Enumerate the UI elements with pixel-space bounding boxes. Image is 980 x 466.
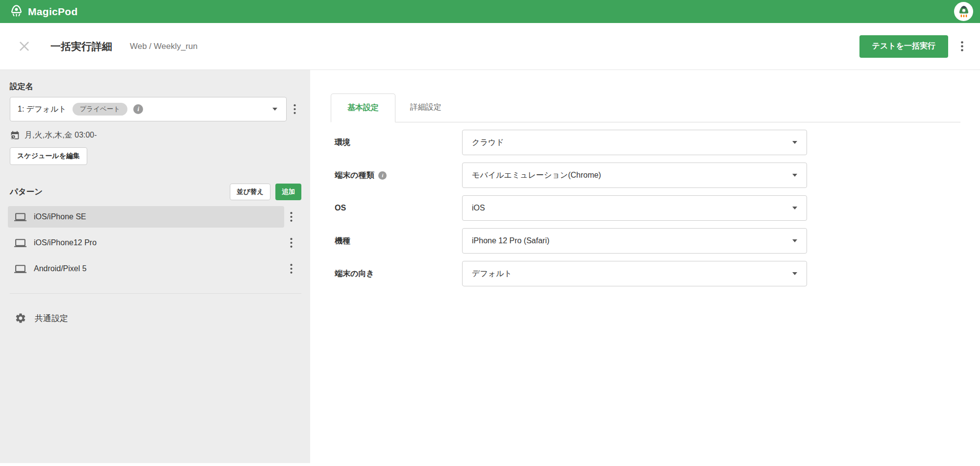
- environment-select[interactable]: クラウド: [462, 130, 807, 155]
- caret-down-icon: [792, 174, 797, 177]
- device-model-label: 機種: [331, 236, 462, 246]
- kebab-icon: [290, 264, 293, 274]
- breadcrumb: Web / Weekly_run: [130, 42, 197, 51]
- schedule-summary: 月,火,水,木,金 03:00-: [10, 130, 310, 140]
- device-type-select[interactable]: モバイルエミュレーション(Chrome): [462, 163, 807, 188]
- add-pattern-button[interactable]: 追加: [275, 184, 301, 200]
- caret-down-icon: [792, 207, 797, 210]
- device-type-label: 端末の種類 i: [331, 170, 462, 181]
- page-header: 一括実行詳細 Web / Weekly_run テストを一括実行: [0, 23, 980, 70]
- info-icon[interactable]: i: [378, 171, 387, 180]
- pattern-item-label: iOS/iPhone SE: [34, 212, 86, 221]
- schedule-text: 月,火,水,木,金 03:00-: [24, 130, 97, 140]
- private-badge: プライベート: [73, 103, 128, 116]
- top-nav-bar: MagicPod: [0, 0, 980, 23]
- kebab-icon: [294, 104, 296, 114]
- tab-basic-settings[interactable]: 基本設定: [331, 93, 395, 122]
- laptop-icon: [14, 263, 26, 275]
- avatar-ufo-icon: [956, 4, 971, 19]
- device-model-value: iPhone 12 Pro (Safari): [472, 236, 549, 245]
- common-settings-item[interactable]: 共通設定: [15, 312, 310, 324]
- os-label: OS: [331, 204, 462, 212]
- kebab-icon: [961, 41, 963, 51]
- pattern-item-kebab-menu[interactable]: [286, 236, 296, 250]
- common-settings-label: 共通設定: [35, 313, 68, 324]
- sort-button[interactable]: 並び替え: [230, 184, 270, 200]
- settings-tabs: 基本設定 詳細設定: [331, 93, 960, 122]
- environment-label: 環境: [331, 138, 462, 148]
- device-model-select[interactable]: iPhone 12 Pro (Safari): [462, 228, 807, 254]
- os-select[interactable]: iOS: [462, 195, 807, 221]
- settings-sidebar: 設定名 1: デフォルト プライベート i: [0, 70, 310, 463]
- page-title: 一括実行詳細: [50, 40, 112, 53]
- brand-name: MagicPod: [28, 6, 78, 18]
- orientation-label: 端末の向き: [331, 269, 462, 279]
- gear-icon: [15, 312, 26, 324]
- info-icon[interactable]: i: [133, 104, 143, 114]
- pattern-item-label: Android/Pixel 5: [34, 264, 87, 273]
- config-select[interactable]: 1: デフォルト プライベート i: [10, 97, 287, 121]
- magicpod-logo[interactable]: MagicPod: [9, 4, 78, 19]
- basic-settings-form: 環境 クラウド 端末の種類 i モバイルエミュレーション(Chrome): [331, 130, 960, 286]
- os-value: iOS: [472, 204, 485, 212]
- laptop-icon: [14, 237, 26, 249]
- laptop-icon: [14, 211, 26, 223]
- magicpod-ufo-icon: [9, 4, 24, 19]
- close-icon: [18, 40, 31, 53]
- pattern-item-label: iOS/iPhone12 Pro: [34, 238, 97, 247]
- pattern-item-ios-iphone12-pro[interactable]: iOS/iPhone12 Pro: [8, 232, 284, 254]
- pattern-section-label: パターン: [10, 186, 230, 197]
- main-panel: 基本設定 詳細設定 環境 クラウド 端末の種類 i モバイルエミュレーショ: [310, 70, 980, 466]
- pattern-list: iOS/iPhone SE iOS/iPhone12 Pro: [0, 206, 310, 280]
- pattern-item-kebab-menu[interactable]: [286, 262, 296, 276]
- config-kebab-menu[interactable]: [290, 102, 300, 116]
- environment-value: クラウド: [472, 138, 504, 148]
- caret-down-icon: [272, 108, 277, 111]
- kebab-icon: [290, 212, 293, 222]
- orientation-select[interactable]: デフォルト: [462, 261, 807, 286]
- tab-advanced-settings[interactable]: 詳細設定: [395, 93, 456, 122]
- batch-run-button[interactable]: テストを一括実行: [859, 35, 949, 58]
- caret-down-icon: [792, 239, 797, 242]
- device-type-value: モバイルエミュレーション(Chrome): [472, 170, 601, 181]
- caret-down-icon: [792, 272, 797, 275]
- calendar-clock-icon: [10, 130, 20, 140]
- orientation-value: デフォルト: [472, 269, 512, 279]
- close-button[interactable]: [18, 40, 31, 53]
- edit-schedule-button[interactable]: スケジュールを編集: [10, 147, 87, 165]
- sidebar-divider: [10, 293, 301, 294]
- user-avatar[interactable]: [954, 2, 973, 21]
- config-name-label: 設定名: [10, 82, 310, 92]
- header-kebab-menu[interactable]: [957, 39, 967, 53]
- pattern-item-kebab-menu[interactable]: [286, 210, 296, 224]
- pattern-item-android-pixel-5[interactable]: Android/Pixel 5: [8, 258, 284, 280]
- caret-down-icon: [792, 141, 797, 144]
- pattern-item-ios-iphone-se[interactable]: iOS/iPhone SE: [8, 206, 284, 228]
- kebab-icon: [290, 238, 293, 248]
- config-value: 1: デフォルト: [18, 104, 67, 115]
